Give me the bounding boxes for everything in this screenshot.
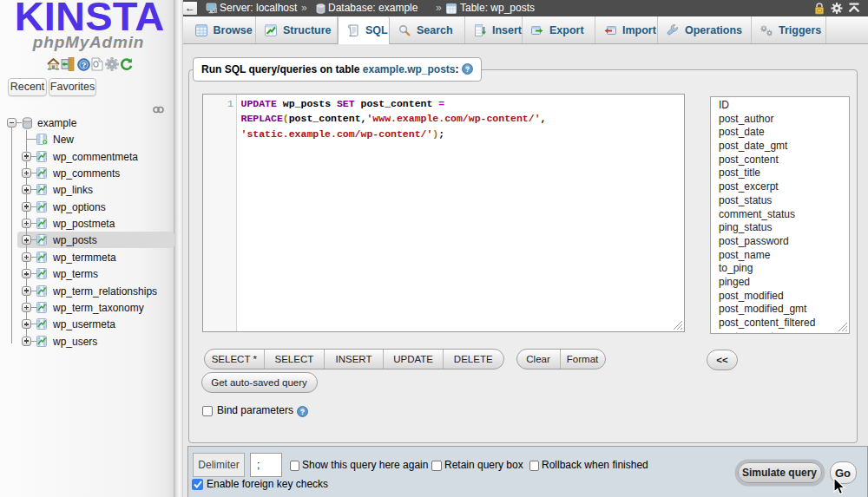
svg-text:?: ? [299,408,304,416]
svg-text:?: ? [465,65,470,74]
